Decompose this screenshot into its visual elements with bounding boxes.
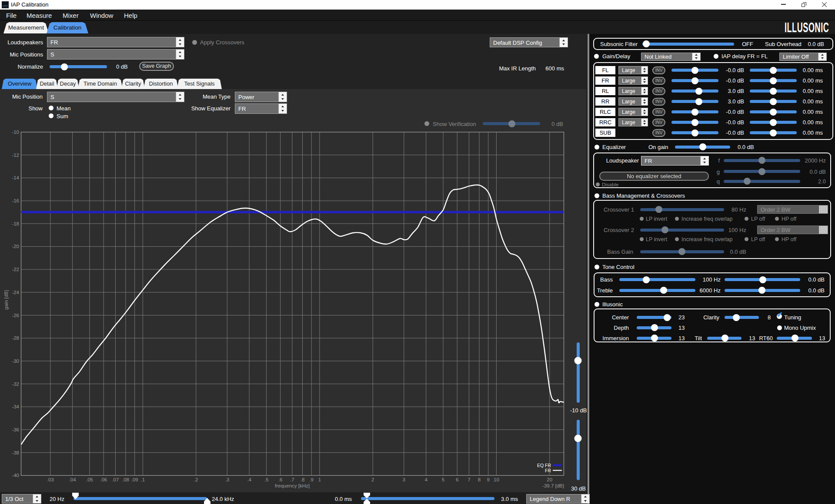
- svg-text:.3: .3: [225, 477, 230, 482]
- svg-text:-36: -36: [12, 427, 19, 432]
- svg-text:6: 6: [456, 477, 458, 482]
- svg-text:5: 5: [442, 477, 444, 482]
- svg-text:7: 7: [468, 477, 470, 482]
- svg-text:.06: .06: [100, 477, 107, 482]
- svg-text:-32: -32: [12, 381, 19, 387]
- svg-text:.6: .6: [278, 477, 283, 482]
- svg-text:4: 4: [424, 477, 428, 482]
- svg-text:-30: -30: [12, 358, 19, 364]
- svg-text:-26: -26: [12, 313, 19, 318]
- svg-text:1: 1: [318, 477, 321, 482]
- svg-text:20: 20: [547, 477, 552, 482]
- svg-text:.2: .2: [194, 477, 198, 482]
- svg-text:-10: -10: [12, 129, 19, 135]
- svg-text:-24: -24: [12, 290, 19, 295]
- svg-text:-39.7 [dB]: -39.7 [dB]: [542, 483, 564, 488]
- svg-text:10: 10: [494, 477, 499, 482]
- svg-text:-40: -40: [12, 473, 19, 478]
- svg-text:EQ FR: EQ FR: [537, 463, 551, 468]
- svg-text:-12: -12: [12, 153, 19, 158]
- svg-text:.5: .5: [264, 477, 269, 482]
- svg-text:-38: -38: [12, 450, 19, 455]
- svg-text:.4: .4: [247, 477, 251, 482]
- svg-text:-14: -14: [12, 175, 19, 180]
- svg-text:-18: -18: [12, 221, 19, 226]
- svg-text:-34: -34: [12, 404, 19, 409]
- svg-text:-22: -22: [12, 267, 19, 272]
- svg-text:.1: .1: [141, 477, 145, 482]
- svg-text:-16: -16: [12, 198, 19, 203]
- svg-text:-28: -28: [12, 335, 19, 341]
- svg-text:frequency [kHz]: frequency [kHz]: [275, 483, 310, 488]
- svg-text:2: 2: [371, 477, 374, 482]
- svg-text:gain [dB]: gain [dB]: [3, 290, 9, 309]
- svg-text:.08: .08: [122, 477, 129, 482]
- svg-text:-20: -20: [12, 244, 19, 249]
- svg-text:3: 3: [403, 477, 405, 482]
- svg-text:8: 8: [478, 477, 481, 482]
- svg-text:.09: .09: [131, 477, 138, 482]
- svg-text:FR: FR: [545, 468, 551, 473]
- svg-text:9: 9: [487, 477, 489, 482]
- svg-text:.03: .03: [47, 477, 54, 482]
- svg-text:.05: .05: [86, 477, 93, 482]
- svg-text:.9: .9: [309, 477, 314, 482]
- svg-text:.04: .04: [69, 477, 77, 482]
- svg-text:.8: .8: [301, 477, 305, 482]
- svg-text:.7: .7: [290, 477, 294, 482]
- svg-text:.07: .07: [112, 477, 119, 482]
